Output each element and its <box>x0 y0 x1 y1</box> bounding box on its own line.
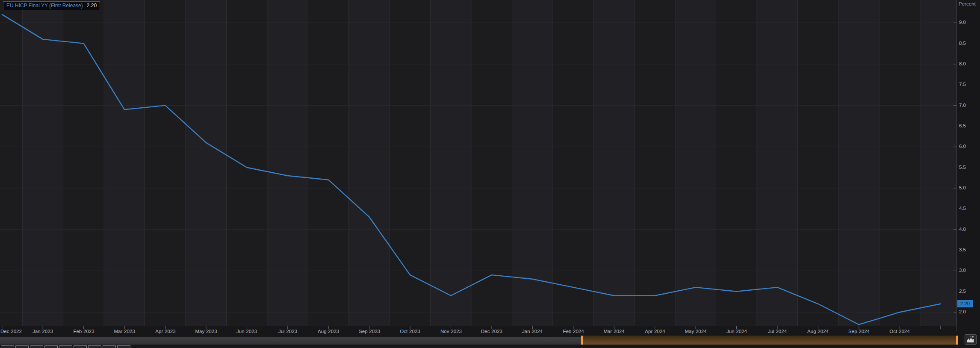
legend-series-label: EU HICP Final YY (First Release) <box>6 2 83 10</box>
x-axis-label: Apr-2023 <box>145 329 186 334</box>
bottom-tab[interactable] <box>1 345 14 348</box>
range-scrollbar-selected-range[interactable] <box>583 336 956 345</box>
x-axis-label: Jun-2024 <box>717 329 757 334</box>
bottom-tab[interactable] <box>30 345 43 348</box>
bottom-tab[interactable] <box>74 345 87 348</box>
x-axis-label: Aug-2024 <box>798 329 838 334</box>
x-axis-label: Sep-2024 <box>839 329 879 334</box>
legend[interactable]: EU HICP Final YY (First Release) 2.20 <box>3 1 100 10</box>
x-axis-label: Jul-2023 <box>268 329 308 334</box>
legend-last-value: 2.20 <box>87 2 97 10</box>
y-axis-label: 5.5 <box>959 165 978 170</box>
x-axis-label: Oct-2023 <box>390 329 430 334</box>
x-axis-label: Dec-2023 <box>472 329 512 334</box>
x-axis-label: May-2024 <box>676 329 716 334</box>
y-axis-label: 3.0 <box>959 268 978 273</box>
y-axis-label: 6.5 <box>959 123 978 128</box>
x-axis-label: Nov-2023 <box>431 329 471 334</box>
y-axis-label: 3.5 <box>959 247 978 252</box>
y-axis-label: 7.5 <box>959 82 978 87</box>
range-handle-left[interactable] <box>581 336 583 345</box>
x-axis-label: Sep-2023 <box>349 329 390 334</box>
bottom-tab[interactable] <box>103 345 116 348</box>
y-axis-label: 8.5 <box>959 41 978 46</box>
y-axis-label: 8.0 <box>959 61 978 66</box>
x-axis-label: Aug-2023 <box>308 329 348 334</box>
chart-window: Percent Dec-2022Jan-2023Feb-2023Mar-2023… <box>0 0 980 348</box>
bottom-tab[interactable] <box>117 345 130 348</box>
x-axis-label: Mar-2024 <box>594 329 634 334</box>
bottom-tab[interactable] <box>59 345 72 348</box>
chart-expand-icon <box>967 336 974 343</box>
x-axis-label: Feb-2023 <box>64 329 104 334</box>
bottom-tab[interactable] <box>15 345 29 348</box>
y-axis-label: 2.0 <box>959 309 978 314</box>
y-axis-label: 2.5 <box>959 289 978 294</box>
range-handle-right[interactable] <box>956 336 958 345</box>
x-axis-label: May-2023 <box>186 329 226 334</box>
bottom-tab[interactable] <box>44 345 58 348</box>
y-axis-label: 4.0 <box>959 227 978 232</box>
y-axis-label: 6.0 <box>959 144 978 149</box>
chart-plot-area[interactable] <box>0 0 980 348</box>
y-axis-title: Percent <box>959 1 976 6</box>
x-axis-label: Jan-2023 <box>23 329 63 334</box>
x-axis-label: Mar-2023 <box>104 329 145 334</box>
reset-zoom-button[interactable] <box>965 334 977 345</box>
x-axis-label: Feb-2024 <box>553 329 593 334</box>
x-axis-label: Apr-2024 <box>635 329 675 334</box>
y-axis-label: 5.0 <box>959 185 978 190</box>
x-axis-label: Jun-2023 <box>227 329 267 334</box>
x-axis-label: Jan-2024 <box>512 329 552 334</box>
x-axis-label: Oct-2024 <box>880 329 920 334</box>
y-axis-label: 9.0 <box>959 20 978 25</box>
bottom-tab[interactable] <box>88 345 101 348</box>
y-axis-label: 4.5 <box>959 206 978 211</box>
x-axis-label: Jul-2024 <box>757 329 797 334</box>
range-scrollbar-track[interactable] <box>0 337 582 345</box>
last-price-label: 2.20 <box>957 300 973 307</box>
y-axis-label: 7.0 <box>959 103 978 108</box>
